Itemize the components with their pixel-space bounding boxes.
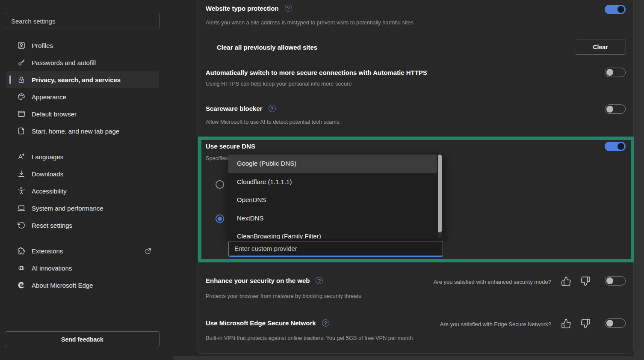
- key-icon: [17, 58, 26, 67]
- secure-network-title-row: Use Microsoft Edge Secure Network ?: [206, 319, 329, 327]
- search-input[interactable]: [5, 13, 160, 29]
- help-icon[interactable]: ?: [316, 277, 323, 284]
- website-typo-description: Alerts you when a site address is mistyp…: [206, 19, 414, 26]
- auto-https-toggle[interactable]: [605, 68, 626, 77]
- scareware-description: Allow Microsoft to use AI to detect pote…: [206, 119, 341, 125]
- scareware-title-row: Scareware blocker ?: [206, 105, 276, 112]
- dropdown-option-nextdns[interactable]: NextDNS: [228, 209, 437, 228]
- edge-settings-page: { "sidebar": { "search_placeholder": "Se…: [0, 0, 644, 360]
- sidebar-item-accessibility[interactable]: Accessibility: [6, 182, 159, 199]
- enhance-security-title: Enhance your security on the web: [206, 277, 310, 284]
- sidebar-item-downloads[interactable]: Downloads: [6, 165, 159, 182]
- sidebar-item-label: Profiles: [32, 42, 53, 49]
- secure-network-toggle[interactable]: [605, 318, 626, 328]
- secure-dns-description-fragment: Specifies: [206, 155, 228, 161]
- scareware-toggle[interactable]: [605, 104, 626, 114]
- copilot-icon: [17, 264, 26, 272]
- sidebar-divider: [173, 0, 173, 360]
- thumbs-up-icon[interactable]: [561, 318, 571, 329]
- sidebar-item-label: Privacy, search, and services: [32, 76, 121, 83]
- sidebar-item-label: Reset settings: [32, 222, 72, 229]
- auto-https-description: Using HTTPS can help keep your personal …: [206, 80, 352, 87]
- page-icon: [17, 127, 26, 135]
- browser-window-icon: [17, 110, 26, 118]
- sidebar-item-start-home[interactable]: Start, home, and new tab page: [6, 122, 159, 140]
- accessibility-icon: [17, 187, 26, 195]
- website-typo-toggle[interactable]: [605, 5, 626, 14]
- sidebar-item-profiles[interactable]: Profiles: [6, 37, 159, 54]
- sidebar-item-label: AI innovations: [32, 265, 72, 272]
- profiles-icon: [17, 41, 26, 50]
- edge-logo-icon: [17, 281, 26, 289]
- toggle-knob: [617, 6, 624, 13]
- sidebar-item-reset-settings[interactable]: Reset settings: [6, 217, 159, 234]
- sidebar-item-languages[interactable]: Languages: [6, 148, 159, 165]
- sidebar-item-about-edge[interactable]: About Microsoft Edge: [6, 277, 159, 294]
- translate-icon: [17, 152, 26, 161]
- privacy-settings-card: Website typo protection ? Alerts you whe…: [198, 0, 634, 354]
- scareware-title: Scareware blocker: [206, 105, 263, 112]
- annotation-highlight-box: Use secure DNS Specifies Google (Public …: [198, 137, 634, 262]
- reset-icon: [17, 221, 26, 229]
- choose-provider-radio[interactable]: [216, 214, 224, 223]
- sidebar-item-default-browser[interactable]: Default browser: [6, 105, 159, 122]
- sidebar-item-privacy[interactable]: Privacy, search, and services: [6, 71, 159, 88]
- sidebar-item-extensions[interactable]: Extensions: [6, 242, 159, 259]
- secure-network-feedback-question: Are you satisfied with Edge Secure Netwo…: [440, 321, 551, 327]
- secure-dns-toggle[interactable]: [605, 142, 626, 151]
- dropdown-option-google[interactable]: Google (Public DNS): [228, 155, 437, 173]
- clear-button[interactable]: Clear: [575, 39, 626, 55]
- external-link-icon: [145, 247, 152, 255]
- dns-provider-dropdown: Google (Public DNS) Cloudflare (1.1.1.1)…: [228, 154, 443, 239]
- enhance-security-description: Protects your browser from malware by bl…: [206, 293, 363, 299]
- toggle-knob: [617, 143, 624, 150]
- help-icon[interactable]: ?: [322, 319, 329, 327]
- help-icon[interactable]: ?: [269, 105, 276, 112]
- laptop-icon: [17, 204, 26, 212]
- secure-network-description: Built-in VPN that protects against onlin…: [206, 335, 413, 341]
- sidebar-item-label: About Microsoft Edge: [32, 282, 93, 289]
- toggle-knob: [606, 320, 613, 327]
- dropdown-scrollbar-thumb[interactable]: [438, 155, 442, 232]
- sidebar-item-label: Default browser: [32, 110, 77, 118]
- website-typo-title: Website typo protection: [206, 5, 279, 12]
- settings-nav: Profiles Passwords and autofill Privacy,…: [6, 37, 159, 294]
- sidebar-item-passwords[interactable]: Passwords and autofill: [6, 54, 159, 71]
- secure-dns-title-row: Use secure DNS: [206, 143, 255, 150]
- thumbs-down-icon[interactable]: [580, 276, 591, 286]
- dropdown-option-cloudflare[interactable]: Cloudflare (1.1.1.1): [228, 173, 437, 191]
- secure-network-title: Use Microsoft Edge Secure Network: [206, 319, 316, 327]
- enhance-security-title-row: Enhance your security on the web ?: [206, 277, 323, 284]
- thumbs-down-icon[interactable]: [580, 318, 591, 329]
- sidebar-item-label: Appearance: [32, 93, 66, 101]
- current-provider-radio[interactable]: [216, 180, 224, 189]
- secure-dns-title: Use secure DNS: [206, 143, 255, 150]
- sidebar-item-system-performance[interactable]: System and performance: [6, 199, 159, 217]
- sidebar-item-label: Passwords and autofill: [32, 59, 96, 66]
- dropdown-option-opendns[interactable]: OpenDNS: [228, 191, 437, 209]
- help-icon[interactable]: ?: [285, 5, 292, 12]
- auto-https-title-row: Automatically switch to more secure conn…: [206, 69, 427, 76]
- lock-icon: [17, 75, 26, 84]
- enhance-security-feedback-question: Are you satisfied with enhanced security…: [434, 279, 551, 285]
- thumbs-up-icon[interactable]: [561, 276, 571, 286]
- custom-provider-input[interactable]: [228, 241, 443, 257]
- nav-group-gap: [6, 234, 159, 242]
- sidebar-item-label: Extensions: [32, 247, 63, 255]
- enhance-security-toggle[interactable]: [605, 276, 626, 286]
- sidebar-item-label: Downloads: [32, 170, 63, 178]
- nav-group-gap: [6, 140, 159, 148]
- toggle-knob: [606, 106, 613, 113]
- auto-https-title: Automatically switch to more secure conn…: [206, 69, 427, 76]
- sidebar-item-label: Accessibility: [32, 187, 67, 195]
- sidebar-item-ai-innovations[interactable]: AI innovations: [6, 259, 159, 277]
- dropdown-option-cleanbrowsing[interactable]: CleanBrowsing (Family Filter): [228, 227, 437, 239]
- download-icon: [17, 170, 26, 178]
- sidebar-item-label: Languages: [32, 153, 63, 161]
- toggle-knob: [606, 69, 613, 76]
- send-feedback-button[interactable]: Send feedback: [5, 331, 160, 347]
- palette-icon: [17, 92, 26, 101]
- clear-allowed-label: Clear all previously allowed sites: [217, 44, 317, 51]
- sidebar-item-appearance[interactable]: Appearance: [6, 88, 159, 105]
- website-typo-title-row: Website typo protection ?: [206, 5, 292, 12]
